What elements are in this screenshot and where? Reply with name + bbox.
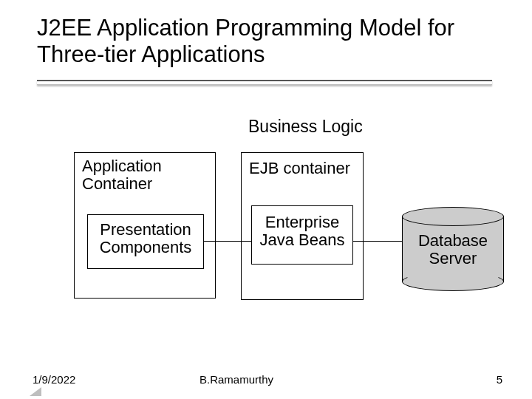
database-label: DatabaseServer <box>402 232 504 267</box>
database-cylinder-bottom <box>402 272 504 291</box>
database-cylinder-top <box>402 207 504 226</box>
section-label-business-logic: Business Logic <box>248 117 363 137</box>
ejb-beans-label: EnterpriseJava Beans <box>252 214 352 249</box>
ejb-container-label: EJB container <box>249 159 350 178</box>
footer-date: 1/9/2022 <box>33 373 75 386</box>
corner-notch-icon <box>30 387 41 396</box>
ejb-beans-box: EnterpriseJava Beans <box>251 205 353 265</box>
footer-slide-number: 5 <box>497 373 502 386</box>
presentation-components-box: PresentationComponents <box>87 214 204 269</box>
connector-presentation-to-ejb <box>204 241 251 242</box>
footer-author: B.Ramamurthy <box>200 373 273 386</box>
title-underline <box>37 80 492 85</box>
database-cylinder: DatabaseServer <box>402 207 504 291</box>
application-container-label: ApplicationContainer <box>82 157 162 193</box>
slide-title: J2EE Application Programming Model for T… <box>37 15 502 67</box>
presentation-components-label: PresentationComponents <box>88 221 203 256</box>
connector-ejb-to-database <box>353 241 402 242</box>
